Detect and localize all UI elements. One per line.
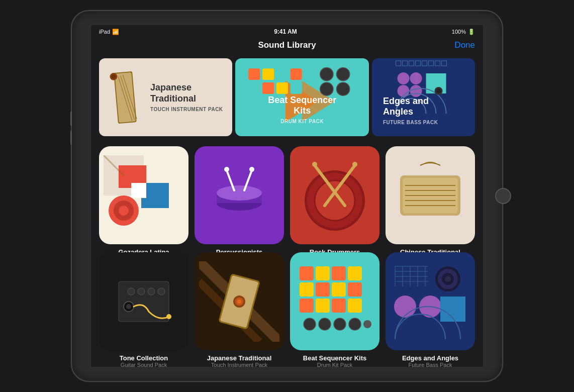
svg-rect-98 [348, 299, 362, 313]
packs-grid: Gozadera Latina Reggaeton Pop Pack [99, 146, 475, 350]
pack-japanese2[interactable]: Japanese Traditional Touch Instrument Pa… [195, 252, 284, 350]
pack-gozadera[interactable]: Gozadera Latina Reggaeton Pop Pack [99, 146, 188, 244]
svg-rect-10 [263, 68, 274, 80]
svg-point-77 [166, 314, 171, 319]
wifi-icon: 📶 [112, 29, 119, 35]
pack-beat2[interactable]: Beat Sequencer Kits Drum Kit Pack [290, 252, 379, 350]
svg-point-71 [128, 288, 135, 295]
svg-rect-88 [316, 266, 330, 280]
svg-rect-12 [291, 68, 302, 80]
title-bar: Sound Library Done [91, 38, 483, 54]
status-right: 100% 🔋 [452, 29, 475, 35]
tone-thumb [99, 252, 188, 350]
ipad-frame: iPad 📶 9:41 AM 100% 🔋 Sound Library Done [71, 10, 503, 382]
japanese-subtitle: TOUCH INSTRUMENT PACK [150, 107, 223, 112]
edges-subtitle: FUTURE BASS PACK [383, 120, 464, 125]
svg-point-76 [126, 304, 131, 309]
gozadera-thumb [99, 146, 188, 244]
svg-point-56 [315, 180, 355, 221]
svg-point-103 [363, 320, 371, 328]
svg-rect-13 [249, 82, 260, 94]
svg-point-29 [397, 72, 409, 84]
svg-rect-89 [332, 266, 346, 280]
japanese-text: JapaneseTraditional TOUCH INSTRUMENT PAC… [145, 82, 223, 112]
svg-rect-21 [396, 61, 401, 66]
ipad-screen: iPad 📶 9:41 AM 100% 🔋 Sound Library Done [91, 25, 483, 367]
beat-subtitle: DRUM KIT PACK [241, 119, 362, 124]
battery-icon: 🔋 [468, 29, 475, 35]
pack-chinese[interactable]: Chinese Traditional Touch Instrument Pac… [386, 146, 475, 244]
svg-point-102 [349, 318, 361, 330]
svg-point-101 [334, 318, 346, 330]
battery-label: 100% [452, 29, 466, 35]
svg-rect-15 [276, 82, 288, 94]
japanese2-thumb [195, 252, 284, 350]
svg-rect-91 [300, 282, 314, 297]
featured-beat[interactable]: Beat SequencerKits DRUM KIT PACK [235, 58, 368, 136]
svg-point-72 [138, 288, 145, 295]
japanese-title: JapaneseTraditional [150, 82, 223, 104]
percussionists-thumb [195, 146, 284, 244]
svg-rect-11 [276, 68, 288, 80]
svg-rect-22 [402, 61, 407, 66]
beat2-title: Beat Sequencer Kits [303, 354, 366, 362]
pack-tone[interactable]: Tone Collection Guitar Sound Pack [99, 252, 188, 350]
japanese2-title: Japanese Traditional [207, 354, 272, 362]
edges-text: Edges andAngles FUTURE BASS PACK [378, 91, 469, 130]
pack-rock[interactable]: Rock Drummers Drummer Pack [290, 146, 379, 244]
svg-rect-92 [316, 282, 330, 297]
svg-point-6 [111, 74, 116, 78]
status-time: 9:41 AM [274, 28, 297, 35]
svg-rect-16 [291, 82, 302, 94]
status-left: iPad 📶 [99, 29, 119, 35]
svg-rect-23 [409, 61, 414, 66]
beat-text: Beat SequencerKits DRUM KIT PACK [241, 95, 362, 124]
beat2-thumb [290, 252, 379, 350]
rock-thumb [290, 146, 379, 244]
svg-rect-70 [119, 281, 169, 322]
home-button[interactable] [495, 188, 511, 204]
svg-point-73 [148, 288, 155, 295]
svg-point-19 [320, 82, 333, 95]
japanese-art [105, 67, 145, 128]
svg-point-59 [312, 162, 317, 167]
tone-subtitle: Guitar Sound Pack [121, 362, 167, 367]
edges2-subtitle: Future Bass Pack [409, 362, 452, 367]
svg-rect-95 [300, 299, 314, 313]
svg-point-43 [119, 206, 129, 216]
svg-rect-93 [332, 282, 346, 297]
chinese-thumb [386, 146, 475, 244]
svg-point-85 [237, 300, 241, 304]
svg-rect-26 [428, 61, 433, 66]
volume-down-button[interactable] [70, 131, 72, 145]
svg-rect-25 [422, 61, 427, 66]
device-label: iPad [99, 29, 110, 35]
beat-title: Beat SequencerKits [241, 95, 362, 117]
tone-title: Tone Collection [120, 354, 168, 362]
content-area: JapaneseTraditional TOUCH INSTRUMENT PAC… [91, 54, 483, 367]
svg-point-20 [337, 82, 350, 95]
done-button[interactable]: Done [454, 40, 475, 50]
featured-edges[interactable]: Edges andAngles FUTURE BASS PACK [372, 58, 475, 136]
svg-point-52 [249, 167, 254, 172]
featured-row: JapaneseTraditional TOUCH INSTRUMENT PAC… [99, 58, 475, 136]
edges-title: Edges andAngles [383, 96, 464, 118]
svg-point-100 [319, 318, 331, 330]
page-title: Sound Library [258, 40, 316, 50]
svg-point-17 [320, 68, 333, 81]
status-bar: iPad 📶 9:41 AM 100% 🔋 [91, 25, 483, 38]
svg-rect-24 [415, 61, 420, 66]
svg-point-18 [337, 68, 350, 81]
pack-percussionists[interactable]: Percussionists Drummer Pack [195, 146, 284, 244]
svg-rect-27 [435, 61, 440, 66]
svg-point-60 [352, 162, 357, 167]
featured-japanese[interactable]: JapaneseTraditional TOUCH INSTRUMENT PAC… [99, 58, 232, 136]
edges2-thumb [386, 252, 475, 350]
svg-point-99 [304, 318, 316, 330]
volume-up-button[interactable] [70, 112, 72, 126]
svg-point-118 [394, 296, 416, 318]
pack-edges2[interactable]: Edges and Angles Future Bass Pack [386, 252, 475, 350]
svg-rect-96 [316, 299, 330, 313]
svg-rect-97 [332, 299, 346, 313]
svg-rect-90 [348, 266, 362, 280]
